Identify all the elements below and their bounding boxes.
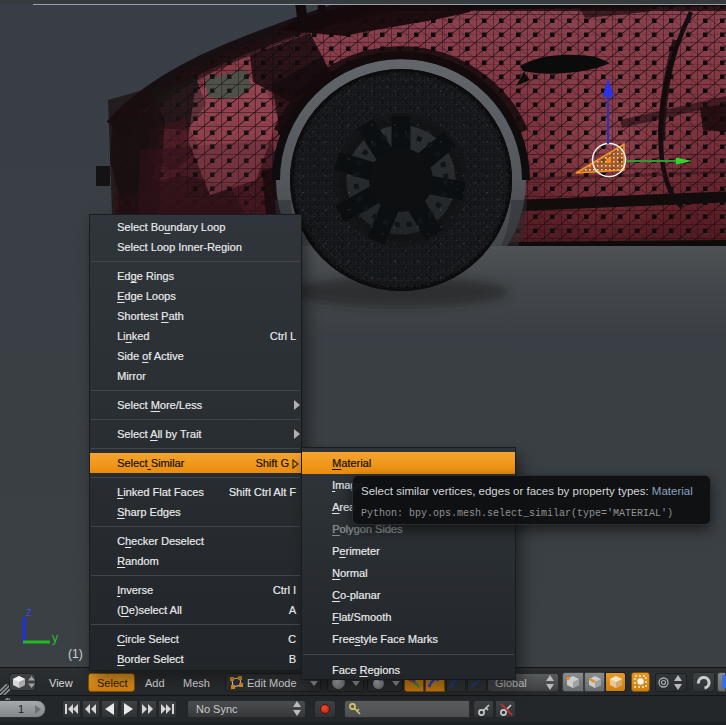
svg-text:z: z xyxy=(26,605,32,619)
svg-text:(1): (1) xyxy=(68,647,83,661)
svg-text:y: y xyxy=(52,631,58,645)
